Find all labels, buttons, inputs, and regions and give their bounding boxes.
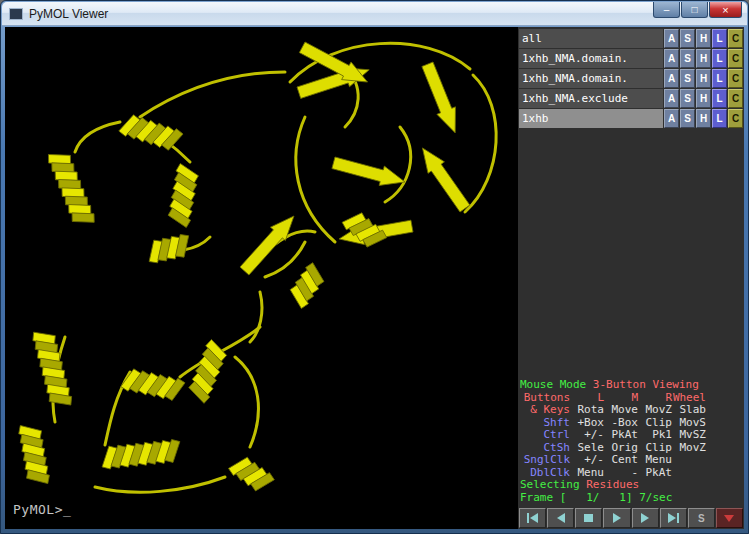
object-row: 1xhb_NMA.exclude A S H L C xyxy=(519,89,744,108)
map-key: & Keys xyxy=(520,404,570,417)
maximize-button[interactable]: □ xyxy=(681,2,708,18)
action-button[interactable]: A xyxy=(664,89,679,108)
color-button[interactable]: C xyxy=(728,109,743,128)
object-name[interactable]: 1xhb_NMA.domain. xyxy=(519,49,663,68)
command-prompt[interactable]: PyMOL>_ xyxy=(13,502,71,517)
pymol-window: PyMOL Viewer – □ × xyxy=(0,0,749,534)
go-to-end-button[interactable] xyxy=(660,508,687,528)
playback-bar: S xyxy=(518,507,744,529)
show-button[interactable]: S xyxy=(680,49,695,68)
action-button[interactable]: A xyxy=(664,29,679,48)
map-val: +/- xyxy=(570,429,604,442)
color-button[interactable]: C xyxy=(728,69,743,88)
show-button[interactable]: S xyxy=(680,109,695,128)
color-button[interactable]: C xyxy=(728,49,743,68)
map-val: MvSZ xyxy=(672,429,706,442)
scene-button[interactable]: S xyxy=(688,508,715,528)
object-name[interactable]: 1xhb_NMA.domain. xyxy=(519,69,663,88)
close-button[interactable]: × xyxy=(709,2,742,18)
minimize-button[interactable]: – xyxy=(653,2,680,18)
stop-button[interactable] xyxy=(575,508,602,528)
object-name[interactable]: all xyxy=(519,29,663,48)
object-row: 1xhb A S H L C xyxy=(519,109,744,128)
label-button[interactable]: L xyxy=(712,109,727,128)
step-back-button[interactable] xyxy=(547,508,574,528)
play-button[interactable] xyxy=(603,508,630,528)
action-button[interactable]: A xyxy=(664,69,679,88)
window-icon[interactable] xyxy=(9,8,23,20)
label-button[interactable]: L xyxy=(712,49,727,68)
map-val: PkAt xyxy=(604,429,638,442)
mouse-mode-panel: Mouse Mode 3-Button Viewing ButtonsLMRWh… xyxy=(518,377,744,507)
skip-to-end-icon xyxy=(666,513,680,523)
stop-icon xyxy=(582,513,596,523)
mouse-mode-toggle[interactable]: Mouse Mode 3-Button Viewing xyxy=(520,379,744,392)
sidebar-spacer xyxy=(518,128,744,377)
object-name-selected[interactable]: 1xhb xyxy=(519,109,663,128)
mouse-map-row: Ctrl+/-PkAtPk1MvSZ xyxy=(520,429,744,442)
map-val: MovZ xyxy=(672,442,706,455)
step-forward-icon xyxy=(638,513,652,523)
show-button[interactable]: S xyxy=(680,89,695,108)
protein-cartoon-render xyxy=(5,27,518,529)
mouse-map-row: SnglClk+/-CentMenu xyxy=(520,454,744,467)
map-key: SnglClk xyxy=(520,454,570,467)
label-button[interactable]: L xyxy=(712,69,727,88)
object-list: all A S H L C 1xhb_NMA.domain. A S H L C… xyxy=(518,27,744,128)
object-name[interactable]: 1xhb_NMA.exclude xyxy=(519,89,663,108)
skip-to-start-icon xyxy=(526,513,540,523)
movie-menu-button[interactable] xyxy=(716,508,743,528)
object-row: 1xhb_NMA.domain. A S H L C xyxy=(519,49,744,68)
label-button[interactable]: L xyxy=(712,29,727,48)
menu-down-arrow-icon xyxy=(722,513,736,523)
hide-button[interactable]: H xyxy=(696,29,711,48)
control-sidebar: all A S H L C 1xhb_NMA.domain. A S H L C… xyxy=(518,27,744,529)
hide-button[interactable]: H xyxy=(696,109,711,128)
play-icon xyxy=(610,513,624,523)
map-val: Pk1 xyxy=(638,429,672,442)
step-back-icon xyxy=(554,513,568,523)
map-val: Slab xyxy=(672,404,706,417)
client-area: PyMOL>_ all A S H L C 1xhb_NMA.domain. A… xyxy=(5,27,744,529)
mouse-mode-label: Mouse Mode xyxy=(520,378,586,391)
map-val: Menu xyxy=(638,454,672,467)
hide-button[interactable]: H xyxy=(696,89,711,108)
color-button[interactable]: C xyxy=(728,89,743,108)
go-to-start-button[interactable] xyxy=(519,508,546,528)
map-val: Cent xyxy=(604,454,638,467)
map-val: Move xyxy=(604,404,638,417)
action-button[interactable]: A xyxy=(664,109,679,128)
3d-viewport[interactable]: PyMOL>_ xyxy=(5,27,518,529)
action-button[interactable]: A xyxy=(664,49,679,68)
selecting-value: Residues xyxy=(586,478,639,491)
label-button[interactable]: L xyxy=(712,89,727,108)
mouse-map-row: & KeysRotaMoveMovZSlab xyxy=(520,404,744,417)
map-val: Rota xyxy=(570,404,604,417)
mouse-mode-value: 3-Button Viewing xyxy=(593,378,699,391)
hide-button[interactable]: H xyxy=(696,69,711,88)
show-button[interactable]: S xyxy=(680,69,695,88)
map-val: PkAt xyxy=(638,467,672,480)
step-forward-button[interactable] xyxy=(632,508,659,528)
show-button[interactable]: S xyxy=(680,29,695,48)
selecting-mode-toggle[interactable]: Selecting Residues xyxy=(520,479,744,492)
title-bar[interactable]: PyMOL Viewer – □ × xyxy=(2,2,747,26)
object-row: all A S H L C xyxy=(519,29,744,48)
color-button[interactable]: C xyxy=(728,29,743,48)
selecting-label: Selecting xyxy=(520,478,580,491)
object-row: 1xhb_NMA.domain. A S H L C xyxy=(519,69,744,88)
map-key: Ctrl xyxy=(520,429,570,442)
window-controls: – □ × xyxy=(653,2,742,18)
window-title: PyMOL Viewer xyxy=(29,7,108,21)
frame-indicator: Frame [ 1/ 1] 7/sec xyxy=(520,492,744,505)
hide-button[interactable]: H xyxy=(696,49,711,68)
map-val: MovZ xyxy=(638,404,672,417)
map-val: +/- xyxy=(570,454,604,467)
